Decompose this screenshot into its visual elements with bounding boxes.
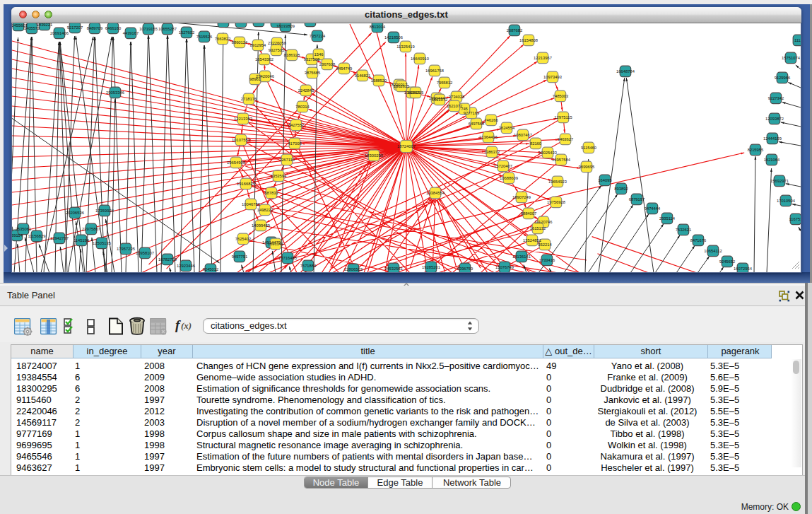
svg-text:2087682: 2087682: [507, 28, 523, 33]
svg-text:1733416: 1733416: [539, 258, 555, 262]
svg-text:9699695: 9699695: [579, 165, 595, 169]
svg-text:1626215: 1626215: [408, 90, 424, 95]
svg-text:893892: 893892: [614, 187, 628, 191]
svg-text:1527602: 1527602: [179, 30, 195, 35]
svg-text:19384554: 19384554: [426, 191, 445, 195]
svg-text:4439167: 4439167: [123, 31, 139, 35]
svg-text:9327505: 9327505: [269, 48, 285, 52]
svg-text:10688609: 10688609: [500, 176, 518, 180]
svg-text:8427552: 8427552: [288, 123, 305, 127]
svg-text:417008: 417008: [288, 141, 301, 146]
svg-text:18907249: 18907249: [512, 195, 531, 199]
svg-text:10958107: 10958107: [136, 251, 154, 255]
svg-text:9227342: 9227342: [768, 96, 784, 100]
svg-text:9245012: 9245012: [203, 267, 219, 271]
svg-text:2367608: 2367608: [319, 62, 336, 66]
svg-text:7671884: 7671884: [300, 264, 317, 268]
svg-text:116753: 116753: [789, 217, 801, 221]
svg-text:24532561: 24532561: [384, 267, 403, 271]
svg-text:22806503: 22806503: [344, 267, 363, 271]
svg-text:9129966: 9129966: [775, 76, 791, 80]
svg-text:780314: 780314: [295, 105, 310, 109]
svg-text:15076749: 15076749: [495, 265, 514, 269]
svg-text:2935114: 2935114: [659, 216, 676, 221]
svg-text:18724007: 18724007: [397, 144, 416, 148]
svg-text:98961: 98961: [249, 77, 261, 81]
svg-text:16961758: 16961758: [425, 69, 444, 73]
svg-text:12213967: 12213967: [534, 56, 552, 60]
svg-text:1546: 1546: [314, 52, 324, 57]
svg-text:16072954: 16072954: [734, 267, 753, 271]
svg-text:587833: 587833: [264, 191, 278, 195]
svg-text:8471676: 8471676: [690, 238, 707, 243]
svg-text:7515526: 7515526: [196, 35, 213, 39]
svg-text:19756928: 19756928: [547, 200, 565, 204]
svg-text:8489709: 8489709: [87, 26, 103, 30]
svg-text:1145194: 1145194: [73, 238, 90, 243]
svg-text:10973493: 10973493: [543, 75, 562, 79]
svg-text:2066449: 2066449: [233, 23, 249, 24]
svg-text:14136141: 14136141: [512, 255, 531, 259]
svg-text:10654112: 10654112: [704, 249, 722, 253]
svg-text:39154: 39154: [12, 233, 23, 238]
svg-text:2718176: 2718176: [241, 97, 257, 101]
svg-text:8186328: 8186328: [284, 53, 300, 57]
svg-text:7386372: 7386372: [484, 150, 500, 154]
svg-text:9217207: 9217207: [67, 25, 83, 30]
svg-text:7663822: 7663822: [215, 37, 231, 41]
svg-text:1498222: 1498222: [257, 208, 273, 212]
svg-text:552214: 552214: [538, 243, 552, 247]
svg-text:8215955: 8215955: [748, 148, 764, 152]
svg-text:7955812: 7955812: [437, 81, 453, 85]
svg-text:23226058: 23226058: [268, 41, 286, 45]
svg-text:1588520: 1588520: [371, 78, 387, 83]
svg-text:1621072: 1621072: [447, 104, 463, 108]
svg-text:12505135: 12505135: [93, 241, 111, 245]
svg-text:9463627: 9463627: [558, 137, 574, 141]
svg-text:16033809: 16033809: [276, 24, 295, 28]
svg-text:10025433: 10025433: [539, 151, 557, 155]
svg-text:15751074: 15751074: [782, 56, 801, 60]
svg-text:15157347: 15157347: [214, 23, 233, 24]
svg-text:19166825: 19166825: [237, 182, 255, 186]
svg-text:9777169: 9777169: [464, 111, 480, 115]
svg-text:18300295: 18300295: [365, 153, 383, 158]
svg-text:9146821: 9146821: [355, 74, 371, 78]
svg-text:1691144: 1691144: [268, 242, 284, 246]
svg-text:9327508: 9327508: [304, 57, 320, 62]
svg-text:9115460: 9115460: [581, 146, 596, 150]
svg-text:82160: 82160: [530, 141, 541, 146]
svg-text:12942737: 12942737: [50, 236, 69, 240]
svg-text:10719155: 10719155: [139, 27, 158, 31]
svg-text:1615132: 1615132: [530, 226, 546, 230]
svg-text:746266: 746266: [484, 118, 498, 122]
svg-text:16648784: 16648784: [616, 69, 635, 74]
svg-text:21364436: 21364436: [479, 135, 498, 139]
svg-text:15692971: 15692971: [770, 179, 789, 183]
svg-text:14099489: 14099489: [252, 223, 270, 228]
svg-text:16782759: 16782759: [158, 257, 177, 262]
svg-text:10107553: 10107553: [232, 138, 250, 142]
svg-text:17359924: 17359924: [95, 209, 114, 213]
svg-text:7625402: 7625402: [235, 237, 252, 241]
svg-text:2242845: 2242845: [298, 88, 314, 93]
svg-text:8454749: 8454749: [336, 66, 353, 71]
svg-text:29053346: 29053346: [106, 90, 124, 95]
svg-text:12093872: 12093872: [765, 117, 784, 121]
svg-text:12923446: 12923446: [177, 264, 195, 268]
svg-text:1839221: 1839221: [37, 23, 53, 27]
svg-text:6879197: 6879197: [629, 197, 645, 201]
svg-text:12213363: 12213363: [234, 117, 252, 121]
svg-text:17957235: 17957235: [117, 247, 135, 251]
svg-text:14957584: 14957584: [552, 158, 571, 162]
svg-text:19654923: 19654923: [548, 180, 567, 184]
svg-text:10807467: 10807467: [514, 133, 532, 137]
svg-text:10046786: 10046786: [242, 202, 260, 206]
svg-text:7632621: 7632621: [676, 228, 692, 232]
svg-text:8912954: 8912954: [250, 43, 266, 47]
svg-text:3624554: 3624554: [499, 126, 515, 130]
svg-text:10655287: 10655287: [158, 27, 177, 31]
svg-text:1621072: 1621072: [432, 98, 448, 102]
svg-text:19654905: 19654905: [227, 160, 245, 165]
svg-text:11120746: 11120746: [535, 220, 553, 224]
